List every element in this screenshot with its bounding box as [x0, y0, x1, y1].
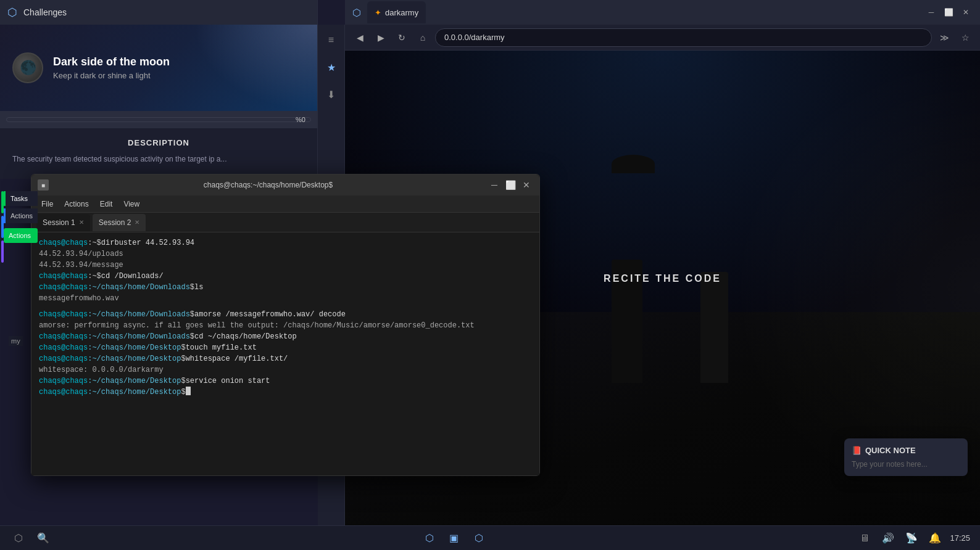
my-label: my	[9, 336, 23, 346]
term-line-12: whitespace: 0.0.0.0/darkarmy	[39, 364, 532, 376]
terminal-minimize[interactable]: ─	[488, 178, 501, 192]
tab-indicator-purple	[1, 240, 4, 263]
back-button[interactable]: ◀	[351, 29, 368, 46]
refresh-button[interactable]: ↻	[393, 29, 410, 46]
challenges-title: Challenges	[23, 7, 67, 17]
challenges-panel: ⬡ Challenges 🌑 Dark side of the moon Kee…	[0, 0, 318, 179]
browser-navbar: ◀ ▶ ↻ ⌂ 0.0.0.0/darkarmy ≫ ☆	[345, 25, 980, 51]
challenge-subtitle: Keep it dark or shine a light	[53, 71, 170, 80]
terminal-win-controls: ─ ⬜ ✕	[488, 178, 533, 192]
challenge-text: Dark side of the moon Keep it dark or sh…	[53, 55, 170, 80]
tab2-label: Session 2	[99, 218, 131, 227]
forward-button[interactable]: ▶	[372, 29, 389, 46]
menu-edit[interactable]: Edit	[95, 195, 118, 212]
recite-text: RECITE THE CODE	[604, 273, 721, 284]
description-text: The security team detected suspicious ac…	[12, 154, 305, 165]
taskbar: ⬡ 🔍 ⬡ ▣ ⬡ 🖥 🔊 📡 🔔 17:25	[0, 525, 980, 550]
term-line-13: chaqs@chaqs:~/chaqs/home/Desktop$ servic…	[39, 376, 532, 387]
term-line-9: chaqs@chaqs:~/chaqs/home/Downloads$ cd ~…	[39, 331, 532, 342]
challenge-title: Dark side of the moon	[53, 55, 170, 68]
taskbar-notifications[interactable]: 🔔	[926, 530, 944, 547]
challenges-app-icon: ⬡	[7, 6, 17, 19]
term-line-1: chaqs@chaqs:~$ dirbuster 44.52.93.94	[39, 237, 532, 248]
taskbar-time: 17:25	[950, 533, 970, 543]
cursor	[186, 387, 191, 395]
progress-bar-container: %0	[0, 111, 317, 128]
challenge-hero: 🌑 Dark side of the moon Keep it dark or …	[0, 25, 317, 111]
term-line-6: messagefromwho.wav	[39, 293, 532, 304]
tab1-label: Session 1	[43, 218, 75, 227]
progress-bar: %0	[6, 117, 311, 122]
soldier-1-head	[612, 155, 655, 173]
term-line-5: chaqs@chaqs:~/chaqs/home/Downloads$ ls	[39, 282, 532, 293]
taskbar-start[interactable]: ⬡	[10, 530, 27, 547]
tab-indicator-green	[1, 191, 4, 213]
terminal-close[interactable]: ✕	[520, 178, 533, 192]
tab-indicator-blue	[1, 216, 4, 238]
sidebar-menu-icon[interactable]: ≡	[322, 31, 341, 49]
terminal-window-title: chaqs@chaqs:~/chaqs/home/Desktop$	[55, 181, 481, 189]
prompt-1: chaqs@chaqs	[39, 237, 88, 248]
taskbar-network[interactable]: 📡	[903, 530, 920, 547]
close-button[interactable]: ✕	[959, 6, 973, 19]
quick-note: 📕 QUICK NOTE Type your notes here...	[844, 438, 968, 476]
taskbar-left: ⬡ 🔍	[10, 530, 52, 547]
challenges-titlebar: ⬡ Challenges	[0, 0, 317, 25]
taskbar-browser-app[interactable]: ⬡	[470, 530, 488, 547]
challenge-avatar: 🌑	[12, 52, 43, 83]
tab-favicon: ✦	[375, 8, 381, 17]
sidebar-star-icon[interactable]: ★	[322, 58, 341, 76]
terminal-maximize[interactable]: ⬜	[504, 178, 517, 192]
taskbar-center: ⬡ ▣ ⬡	[59, 530, 849, 547]
taskbar-right: 🖥 🔊 📡 🔔 17:25	[856, 530, 970, 547]
menu-file[interactable]: File	[36, 195, 58, 212]
terminal-tab-1[interactable]: Session 1 ✕	[36, 214, 90, 231]
term-line-8: amorse: performing async. if all goes we…	[39, 320, 532, 331]
taskbar-terminal-app[interactable]: ▣	[446, 530, 463, 547]
terminal-menubar: File Actions Edit View	[31, 195, 539, 213]
side-tabs-container	[0, 191, 16, 265]
note-emoji: 📕	[852, 446, 862, 455]
description-section: DESCRIPTION The security team detected s…	[0, 128, 317, 174]
home-button[interactable]: ⌂	[414, 29, 431, 46]
note-title-text: QUICK NOTE	[865, 446, 916, 455]
term-blank	[39, 304, 532, 309]
progress-label: %0	[296, 116, 305, 123]
tab2-close[interactable]: ✕	[135, 219, 139, 226]
browser-win-controls: ─ ⬜ ✕	[924, 6, 973, 19]
taskbar-challenges-app[interactable]: ⬡	[421, 530, 438, 547]
address-text: 0.0.0.0/darkarmy	[444, 33, 505, 42]
tab1-close[interactable]: ✕	[79, 219, 84, 226]
browser-app-icon: ⬡	[352, 7, 361, 18]
quick-note-title: 📕 QUICK NOTE	[852, 446, 960, 455]
favorites-button[interactable]: ☆	[957, 29, 974, 46]
term-line-11: chaqs@chaqs:~/chaqs/home/Desktop$ whites…	[39, 353, 532, 364]
maximize-button[interactable]: ⬜	[942, 6, 955, 19]
term-line-2: 44.52.93.94/uploads	[39, 248, 532, 260]
terminal-tabs: Session 1 ✕ Session 2 ✕	[31, 213, 539, 232]
terminal-titlebar: ■ chaqs@chaqs:~/chaqs/home/Desktop$ ─ ⬜ …	[31, 174, 539, 195]
extensions-button[interactable]: ≫	[936, 29, 953, 46]
sidebar-download-icon[interactable]: ⬇	[322, 85, 341, 104]
terminal-body[interactable]: chaqs@chaqs:~$ dirbuster 44.52.93.94 44.…	[31, 232, 539, 475]
quick-note-body[interactable]: Type your notes here...	[852, 460, 960, 469]
taskbar-display[interactable]: 🖥	[856, 530, 873, 547]
taskbar-volume[interactable]: 🔊	[879, 530, 897, 547]
menu-view[interactable]: View	[118, 195, 144, 212]
address-bar[interactable]: 0.0.0.0/darkarmy	[435, 28, 932, 47]
terminal-window: ■ chaqs@chaqs:~/chaqs/home/Desktop$ ─ ⬜ …	[31, 174, 540, 476]
description-heading: DESCRIPTION	[12, 138, 305, 147]
tab-label: darkarmy	[385, 8, 418, 17]
soldier-2	[700, 272, 728, 383]
term-line-3: 44.52.93.94/message	[39, 260, 532, 271]
terminal-icon: ■	[38, 179, 49, 191]
taskbar-search[interactable]: 🔍	[35, 530, 52, 547]
browser-tab[interactable]: ✦ darkarmy	[367, 1, 426, 23]
menu-actions[interactable]: Actions	[59, 195, 93, 212]
term-line-10: chaqs@chaqs:~/chaqs/home/Desktop$ touch …	[39, 342, 532, 353]
terminal-tab-2[interactable]: Session 2 ✕	[93, 214, 146, 231]
minimize-button[interactable]: ─	[924, 6, 938, 19]
term-line-14: chaqs@chaqs:~/chaqs/home/Desktop$	[39, 387, 532, 398]
browser-titlebar: ⬡ ✦ darkarmy ─ ⬜ ✕	[345, 0, 980, 25]
term-line-4: chaqs@chaqs:~$ cd /Downloads/	[39, 271, 532, 282]
